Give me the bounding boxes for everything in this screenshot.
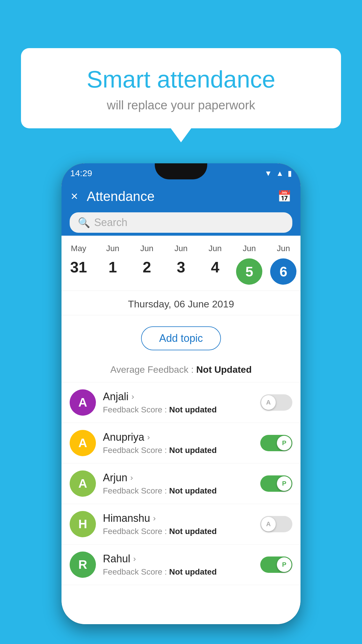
date-month: Jun xyxy=(277,244,290,253)
avatar: A xyxy=(70,430,96,456)
list-item[interactable]: AAnjali ›Feedback Score : Not updatedA xyxy=(61,382,301,423)
speech-bubble: Smart attendance will replace your paper… xyxy=(21,48,341,128)
date-month: Jun xyxy=(106,244,119,253)
calendar-dates: May31Jun1Jun2Jun3Jun4Jun5Jun6 xyxy=(61,236,301,291)
search-input[interactable]: Search xyxy=(94,216,127,229)
list-item[interactable]: AArjun ›Feedback Score : Not updatedP xyxy=(61,463,301,504)
avg-feedback-label: Average Feedback : xyxy=(110,364,196,375)
date-col[interactable]: Jun5 xyxy=(232,244,266,285)
app-header: × Attendance 📅 xyxy=(61,183,301,209)
date-month: Jun xyxy=(174,244,187,253)
search-input-wrapper[interactable]: 🔍 Search xyxy=(70,212,292,233)
attendance-toggle[interactable]: P xyxy=(260,556,292,573)
avatar: H xyxy=(70,511,96,537)
student-name: Arjun › xyxy=(103,472,253,484)
date-col[interactable]: Jun3 xyxy=(164,244,198,276)
search-icon: 🔍 xyxy=(78,217,90,228)
selected-date-label: Thursday, 06 June 2019 xyxy=(61,291,301,315)
list-item[interactable]: RRahul ›Feedback Score : Not updatedP xyxy=(61,545,301,585)
student-info: Himanshu ›Feedback Score : Not updated xyxy=(103,512,253,536)
avatar: A xyxy=(70,470,96,497)
toggle-container[interactable]: A xyxy=(260,394,292,411)
speech-bubble-title: Smart attendance xyxy=(36,66,326,93)
student-feedback: Feedback Score : Not updated xyxy=(103,527,253,536)
toggle-container[interactable]: P xyxy=(260,475,292,492)
avg-feedback-value: Not Updated xyxy=(196,364,252,375)
calendar-icon[interactable]: 📅 xyxy=(277,190,291,203)
list-item[interactable]: AAnupriya ›Feedback Score : Not updatedP xyxy=(61,423,301,463)
search-bar: 🔍 Search xyxy=(61,209,301,236)
chevron-right-icon: › xyxy=(153,514,156,523)
date-col[interactable]: May31 xyxy=(61,244,96,276)
attendance-toggle[interactable]: A xyxy=(260,516,292,532)
date-number[interactable]: 3 xyxy=(177,258,185,276)
date-number[interactable]: 2 xyxy=(143,258,151,276)
toggle-thumb: A xyxy=(261,517,276,531)
date-col[interactable]: Jun1 xyxy=(96,244,130,276)
student-name: Anupriya › xyxy=(103,431,253,443)
student-feedback: Feedback Score : Not updated xyxy=(103,486,253,496)
toggle-container[interactable]: A xyxy=(260,516,292,532)
toggle-container[interactable]: P xyxy=(260,556,292,573)
content-area: May31Jun1Jun2Jun3Jun4Jun5Jun6 Thursday, … xyxy=(61,236,301,624)
date-month: May xyxy=(71,244,86,253)
date-month: Jun xyxy=(140,244,153,253)
speech-bubble-subtitle: will replace your paperwork xyxy=(36,98,326,112)
date-month: Jun xyxy=(243,244,256,253)
phone-frame: 14:29 ▼ ▲ ▮ × Attendance 📅 🔍 Search xyxy=(61,163,301,624)
chevron-right-icon: › xyxy=(131,392,134,401)
add-topic-button[interactable]: Add topic xyxy=(141,326,221,350)
app-title: Attendance xyxy=(87,188,277,204)
date-col[interactable]: Jun6 xyxy=(266,244,301,285)
phone-notch xyxy=(155,163,207,179)
date-col[interactable]: Jun4 xyxy=(198,244,232,276)
attendance-toggle[interactable]: A xyxy=(260,394,292,411)
student-feedback: Feedback Score : Not updated xyxy=(103,446,253,455)
chevron-right-icon: › xyxy=(147,433,150,442)
toggle-thumb: P xyxy=(277,436,291,450)
date-number[interactable]: 5 xyxy=(236,258,262,285)
avatar: R xyxy=(70,552,96,578)
status-time: 14:29 xyxy=(70,168,92,178)
date-number[interactable]: 31 xyxy=(70,258,87,276)
student-info: Anjali ›Feedback Score : Not updated xyxy=(103,391,253,414)
student-feedback: Feedback Score : Not updated xyxy=(103,405,253,414)
student-info: Arjun ›Feedback Score : Not updated xyxy=(103,472,253,496)
date-number[interactable]: 4 xyxy=(211,258,219,276)
phone-container: 14:29 ▼ ▲ ▮ × Attendance 📅 🔍 Search xyxy=(61,163,301,624)
toggle-thumb: A xyxy=(261,395,276,410)
student-info: Rahul ›Feedback Score : Not updated xyxy=(103,553,253,577)
attendance-toggle[interactable]: P xyxy=(260,475,292,492)
date-number[interactable]: 6 xyxy=(270,258,296,285)
attendance-toggle[interactable]: P xyxy=(260,435,292,451)
avatar: A xyxy=(70,389,96,416)
list-item[interactable]: HHimanshu ›Feedback Score : Not updatedA xyxy=(61,504,301,545)
close-button[interactable]: × xyxy=(71,189,78,203)
student-feedback: Feedback Score : Not updated xyxy=(103,567,253,577)
date-col[interactable]: Jun2 xyxy=(130,244,164,276)
average-feedback: Average Feedback : Not Updated xyxy=(61,364,301,382)
chevron-right-icon: › xyxy=(133,554,136,564)
signal-icon: ▲ xyxy=(276,169,284,178)
student-name: Rahul › xyxy=(103,553,253,565)
battery-icon: ▮ xyxy=(288,169,292,178)
date-number[interactable]: 1 xyxy=(108,258,117,276)
student-name: Himanshu › xyxy=(103,512,253,524)
wifi-icon: ▼ xyxy=(265,169,272,178)
student-name: Anjali › xyxy=(103,391,253,403)
student-info: Anupriya ›Feedback Score : Not updated xyxy=(103,431,253,455)
chevron-right-icon: › xyxy=(130,473,133,482)
toggle-container[interactable]: P xyxy=(260,435,292,451)
status-icons: ▼ ▲ ▮ xyxy=(265,169,292,178)
date-month: Jun xyxy=(209,244,222,253)
app-screen: 14:29 ▼ ▲ ▮ × Attendance 📅 🔍 Search xyxy=(61,163,301,624)
student-list: AAnjali ›Feedback Score : Not updatedAAA… xyxy=(61,382,301,585)
toggle-thumb: P xyxy=(277,557,291,572)
toggle-thumb: P xyxy=(277,476,291,491)
